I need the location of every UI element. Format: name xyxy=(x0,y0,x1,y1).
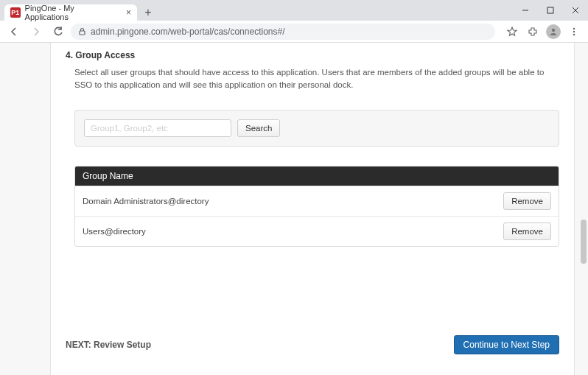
maximize-icon[interactable] xyxy=(538,0,563,21)
favicon-icon: P1 xyxy=(10,7,21,18)
continue-button[interactable]: Continue to Next Step xyxy=(454,335,559,354)
search-button[interactable]: Search xyxy=(237,119,280,137)
forward-icon[interactable] xyxy=(27,22,46,41)
close-tab-icon[interactable]: × xyxy=(126,7,131,18)
svg-point-7 xyxy=(573,30,575,32)
address-bar[interactable]: admin.pingone.com/web-portal/cas/connect… xyxy=(71,24,495,40)
svg-point-5 xyxy=(552,28,555,31)
next-step-label: NEXT: Review Setup xyxy=(66,340,151,350)
reload-icon[interactable] xyxy=(49,22,68,41)
browser-tab[interactable]: P1 PingOne - My Applications × xyxy=(4,4,137,21)
svg-rect-1 xyxy=(547,7,553,13)
lock-icon xyxy=(78,27,86,35)
page-viewport: 4. Group Access Select all user groups t… xyxy=(0,43,588,375)
wizard-footer: NEXT: Review Setup Continue to Next Step xyxy=(66,335,559,354)
remove-button[interactable]: Remove xyxy=(503,222,551,240)
page-card: 4. Group Access Select all user groups t… xyxy=(50,43,575,375)
group-search-panel: Search xyxy=(74,110,559,147)
star-icon[interactable] xyxy=(503,22,522,41)
remove-button[interactable]: Remove xyxy=(503,192,551,210)
profile-avatar-icon[interactable] xyxy=(544,22,563,41)
browser-toolbar: admin.pingone.com/web-portal/cas/connect… xyxy=(0,21,588,43)
extensions-icon[interactable] xyxy=(523,22,542,41)
group-search-input[interactable] xyxy=(84,119,231,137)
svg-rect-4 xyxy=(80,31,85,35)
minimize-icon[interactable] xyxy=(513,0,538,21)
group-name-cell: Users@directory xyxy=(83,227,146,236)
tab-title: PingOne - My Applications xyxy=(25,4,117,21)
new-tab-button[interactable]: + xyxy=(140,4,156,21)
svg-point-6 xyxy=(573,27,575,29)
step-title: 4. Group Access xyxy=(66,50,559,60)
back-icon[interactable] xyxy=(4,22,24,41)
close-window-icon[interactable] xyxy=(563,0,588,21)
menu-icon[interactable] xyxy=(564,22,584,41)
table-row: Users@directory Remove xyxy=(75,216,559,246)
step-description: Select all user groups that should have … xyxy=(74,66,559,92)
table-row: Domain Administrators@directory Remove xyxy=(75,186,559,216)
svg-point-8 xyxy=(573,33,575,35)
scrollbar-thumb[interactable] xyxy=(581,220,587,264)
window-controls xyxy=(513,0,588,21)
group-table-header: Group Name xyxy=(75,167,559,186)
url-text: admin.pingone.com/web-portal/cas/connect… xyxy=(91,27,284,37)
group-table: Group Name Domain Administrators@directo… xyxy=(74,166,559,247)
browser-titlebar: P1 PingOne - My Applications × + xyxy=(0,0,588,21)
group-name-cell: Domain Administrators@directory xyxy=(83,197,209,206)
